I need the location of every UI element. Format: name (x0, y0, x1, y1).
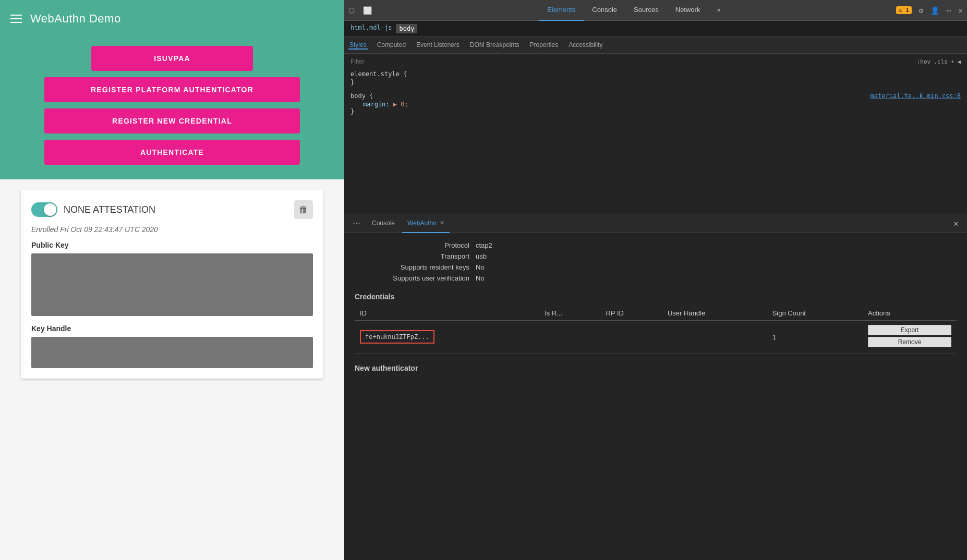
tab-console[interactable]: Console (584, 0, 625, 21)
enrolled-date: Enrolled Fri Oct 09 22:43:47 UTC 2020 (31, 225, 313, 234)
button-area: ISUVPAA REGISTER PLATFORM AUTHENTICATOR … (0, 38, 344, 179)
credential-id-value[interactable]: fe+nuknu3ZTFpZ... (360, 330, 434, 344)
credential-user-handle-cell (662, 321, 767, 354)
transport-row: Transport usb (355, 252, 957, 260)
credential-actions-cell: Export Remove (863, 321, 957, 354)
tab-network[interactable]: Network (667, 0, 709, 21)
resident-keys-label: Supports resident keys (355, 263, 469, 271)
bottom-panel: ··· Console WebAuthn ✕ ✕ Protocol ctap2 … (344, 214, 967, 560)
devtools-panel: ⬡ ⬜ Elements Console Sources Network » ⚠… (344, 0, 967, 560)
delete-credential-button[interactable]: 🗑 (294, 200, 313, 219)
bottom-tab-console[interactable]: Console (367, 214, 400, 233)
user-verification-row: Supports user verification No (355, 274, 957, 282)
tab-styles[interactable]: Styles (348, 41, 368, 50)
warning-badge: ⚠ 1 (896, 6, 912, 14)
toggle-switch[interactable] (31, 202, 57, 217)
register-credential-button[interactable]: REGISTER NEW CREDENTIAL (44, 108, 300, 133)
transport-value: usb (476, 252, 487, 260)
card-title: NONE ATTESTATION (64, 204, 155, 215)
card-header: NONE ATTESTATION 🗑 (31, 200, 313, 219)
close-bottom-panel-button[interactable]: ✕ (949, 218, 963, 228)
remove-button[interactable]: Remove (868, 337, 951, 347)
credential-id-cell: fe+nuknu3ZTFpZ... (355, 321, 539, 354)
user-verification-value: No (476, 274, 485, 282)
bottom-tabs-bar: ··· Console WebAuthn ✕ ✕ (344, 214, 967, 233)
webauthn-tab-close[interactable]: ✕ (440, 220, 444, 226)
protocol-value: ctap2 (476, 241, 492, 249)
table-row: fe+nuknu3ZTFpZ... 1 Export Remove (355, 321, 957, 354)
bottom-dots-button[interactable]: ··· (348, 214, 365, 233)
hamburger-icon[interactable] (10, 15, 22, 23)
col-sign-count: Sign Count (767, 306, 863, 321)
delete-icon: 🗑 (299, 204, 308, 215)
css-selector: element.style { (350, 70, 961, 78)
webauthn-content: Protocol ctap2 Transport usb Supports re… (344, 233, 967, 384)
css-block-element-style: element.style { } (350, 70, 961, 86)
card-title-area: NONE ATTESTATION (31, 202, 155, 217)
css-close-brace: } (350, 79, 961, 86)
credential-sign-count-cell: 1 (767, 321, 863, 354)
tab-sources[interactable]: Sources (625, 0, 667, 21)
left-panel: WebAuthn Demo ISUVPAA REGISTER PLATFORM … (0, 0, 344, 560)
resident-keys-row: Supports resident keys No (355, 263, 957, 271)
new-authenticator-section: New authenticator (355, 364, 957, 372)
col-actions: Actions (863, 306, 957, 321)
col-rpid: RP ID (601, 306, 662, 321)
credentials-title: Credentials (355, 293, 957, 301)
devtools-icons: ⬡ ⬜ (348, 6, 372, 15)
register-platform-button[interactable]: REGISTER PLATFORM AUTHENTICATOR (44, 77, 300, 102)
more-options-icon[interactable]: ⋯ (947, 6, 951, 15)
dock-icon[interactable]: 👤 (930, 6, 939, 15)
tab-computed[interactable]: Computed (376, 41, 407, 50)
settings-icon[interactable]: ⚙ (919, 6, 923, 15)
css-margin-property: margin: ▶ 0; (350, 101, 961, 108)
user-verification-label: Supports user verification (355, 274, 469, 282)
inspect-cursor-icon[interactable]: ⬡ (348, 6, 355, 15)
cls-button[interactable]: .cls (934, 58, 948, 65)
table-header-row: ID Is R... RP ID User Handle Sign Count … (355, 306, 957, 321)
credential-rpid-cell (601, 321, 662, 354)
tab-more[interactable]: » (708, 0, 729, 21)
filter-buttons: :hov .cls + ◀ (917, 58, 961, 65)
tab-dom-breakpoints[interactable]: DOM Breakpoints (469, 41, 521, 50)
authenticator-info: Protocol ctap2 Transport usb Supports re… (355, 241, 957, 282)
key-handle-box (31, 337, 313, 368)
sidebar-toggle-icon[interactable]: ◀ (957, 58, 961, 65)
col-id: ID (355, 306, 539, 321)
tab-accessibility[interactable]: Accessibility (567, 41, 603, 50)
styles-tabs-bar: Styles Computed Event Listeners DOM Brea… (344, 37, 967, 54)
export-button[interactable]: Export (868, 325, 951, 335)
close-devtools-icon[interactable]: ✕ (959, 6, 963, 15)
app-header: WebAuthn Demo (0, 0, 344, 38)
transport-label: Transport (355, 252, 469, 260)
css-body-close-brace: } (350, 108, 961, 115)
app-title: WebAuthn Demo (30, 12, 121, 26)
css-block-body: body { material.te..k.min.css:8 margin: … (350, 92, 961, 115)
tab-event-listeners[interactable]: Event Listeners (415, 41, 461, 50)
key-handle-label: Key Handle (31, 324, 313, 333)
tab-properties[interactable]: Properties (528, 41, 559, 50)
col-isr: Is R... (539, 306, 600, 321)
breadcrumb-body[interactable]: body (396, 24, 417, 33)
isuvpaa-button[interactable]: ISUVPAA (91, 46, 253, 71)
devtools-right-icons: ⚠ 1 ⚙ 👤 ⋯ ✕ (896, 6, 963, 15)
bottom-tab-webauthn[interactable]: WebAuthn ✕ (402, 214, 450, 233)
public-key-box (31, 253, 313, 316)
hov-button[interactable]: :hov (917, 58, 931, 65)
resident-keys-value: No (476, 263, 485, 271)
element-breadcrumb: html.mdl-js body (344, 21, 967, 37)
css-body-selector: body { material.te..k.min.css:8 (350, 92, 961, 100)
col-user-handle: User Handle (662, 306, 767, 321)
protocol-label: Protocol (355, 241, 469, 249)
styles-filter-input[interactable] (350, 58, 913, 65)
add-style-button[interactable]: + (951, 58, 954, 65)
credentials-section: Credentials ID Is R... RP ID User Handle… (355, 293, 957, 354)
styles-content: :hov .cls + ◀ element.style { } body { m… (344, 54, 967, 214)
credential-card: NONE ATTESTATION 🗑 Enrolled Fri Oct 09 2… (21, 190, 323, 379)
tab-elements[interactable]: Elements (539, 0, 584, 21)
new-auth-title: New authenticator (355, 364, 957, 372)
authenticate-button[interactable]: AUTHENTICATE (44, 140, 300, 165)
breadcrumb-html[interactable]: html.mdl-js (350, 24, 392, 33)
css-source-link[interactable]: material.te..k.min.css:8 (871, 92, 961, 100)
device-toggle-icon[interactable]: ⬜ (363, 6, 372, 15)
